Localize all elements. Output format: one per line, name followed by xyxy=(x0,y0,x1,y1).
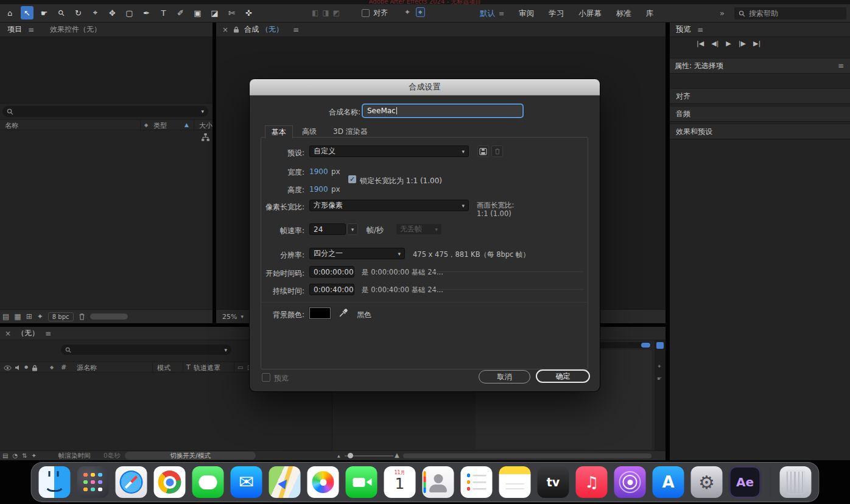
column-divider[interactable] xyxy=(234,362,234,372)
eraser-tool[interactable]: ◪ xyxy=(208,6,221,19)
dock-icon-photos[interactable] xyxy=(307,466,339,498)
pan-behind-tool[interactable]: ✥ xyxy=(106,6,119,19)
interpret-footage-icon[interactable]: ⊞ xyxy=(26,312,32,321)
dialog-titlebar[interactable]: 合成设置 xyxy=(250,79,600,96)
dock-icon-chrome[interactable] xyxy=(154,466,186,498)
section-audio[interactable]: 音频 xyxy=(670,106,850,122)
dock-icon-appletv[interactable]: tv xyxy=(538,466,569,498)
tab-preview[interactable]: 预览 xyxy=(676,24,691,35)
dock-icon-launchpad[interactable] xyxy=(77,466,109,498)
column-track-matte[interactable]: 轨道遮罩 xyxy=(194,363,220,373)
section-effects-presets[interactable]: 效果和预设 xyxy=(670,124,850,139)
dock-icon-aftereffects[interactable]: Ae xyxy=(729,466,761,498)
home-tool[interactable]: ⌂ xyxy=(4,6,16,19)
search-options-chevron-icon[interactable]: ▾ xyxy=(201,108,204,114)
dock-icon-safari[interactable] xyxy=(116,466,147,498)
tab-composition-name[interactable]: （无） xyxy=(261,24,283,35)
frame-blend-icon[interactable]: ✦ xyxy=(32,452,37,459)
puppet-pin-tool[interactable]: ✜ xyxy=(242,6,255,19)
snap-target-icon[interactable]: ⌖ xyxy=(416,7,425,17)
zoom-tool[interactable]: ⚲ xyxy=(55,6,68,19)
close-tab-icon[interactable]: × xyxy=(5,329,11,338)
project-panel-menu-icon[interactable]: ≡ xyxy=(28,26,34,34)
column-mode[interactable]: 模式 xyxy=(157,363,170,373)
dock-icon-music[interactable]: ♫ xyxy=(576,466,608,498)
pixel-aspect-dropdown[interactable]: 方形像素 ▾ xyxy=(309,200,469,211)
lock-icon[interactable] xyxy=(233,26,239,33)
time-navigator-handle[interactable] xyxy=(641,343,650,348)
preset-dropdown[interactable]: 自定义 ▾ xyxy=(309,145,469,157)
zoom-chevron-icon[interactable]: ▾ xyxy=(241,313,244,320)
column-name[interactable]: 名称 xyxy=(5,121,18,130)
star-icon[interactable]: ✦ xyxy=(404,8,410,16)
dock-icon-trash[interactable] xyxy=(780,466,812,498)
next-frame-button[interactable]: |▶ xyxy=(739,40,746,47)
column-t[interactable]: T xyxy=(186,363,191,371)
cancel-button[interactable]: 取消 xyxy=(479,370,530,383)
tab-composition[interactable]: 合成 xyxy=(244,24,259,35)
height-value[interactable]: 1900 xyxy=(309,185,328,194)
prev-frame-button[interactable]: ◀| xyxy=(711,40,718,47)
search-options-chevron-icon[interactable]: ▾ xyxy=(224,347,227,353)
column-divider[interactable] xyxy=(140,120,141,130)
dock-icon-notes[interactable] xyxy=(499,466,531,498)
zoom-level-dropdown[interactable]: 25% xyxy=(222,313,237,321)
dock-icon-mail[interactable]: ✉ xyxy=(231,466,262,498)
clone-stamp-tool[interactable]: ▣ xyxy=(191,6,204,19)
brush-tool[interactable]: ✐ xyxy=(174,6,187,19)
workspace-menu-icon[interactable]: ≡ xyxy=(499,10,504,18)
workspace-small-screen[interactable]: 小屏幕 xyxy=(578,9,602,19)
close-tab-icon[interactable]: × xyxy=(222,26,228,34)
dock-icon-settings[interactable]: ⚙ xyxy=(691,466,723,498)
column-size[interactable]: 大小 xyxy=(199,121,212,130)
tab-3d-renderer[interactable]: 3D 渲染器 xyxy=(327,125,374,138)
dock-icon-maps[interactable]: ▲ xyxy=(269,466,301,498)
workspace-default[interactable]: 默认≡ xyxy=(480,9,504,19)
timeline-vscroll-handle[interactable] xyxy=(656,342,664,349)
section-align[interactable]: 对齐 xyxy=(670,88,850,104)
tab-effect-controls[interactable]: 效果控件（无） xyxy=(50,24,101,35)
save-preset-button[interactable] xyxy=(477,145,489,157)
timeline-side-icon-2[interactable]: ☛ xyxy=(657,376,662,382)
bpc-button[interactable]: 8 bpc xyxy=(48,312,74,321)
column-type[interactable]: 类型 xyxy=(153,121,167,130)
timeline-vertical-scrollbar[interactable]: ✦ ☛ xyxy=(655,340,666,450)
dock-icon-appstore[interactable]: A xyxy=(653,466,684,498)
shy-layers-icon[interactable]: ⇅ xyxy=(22,452,27,459)
dock-icon-facetime[interactable] xyxy=(346,466,378,498)
zoom-out-mountain-icon[interactable]: ▲ xyxy=(337,453,340,458)
play-button[interactable]: ▶ xyxy=(726,40,731,47)
camera-tool[interactable]: ⌖ xyxy=(89,6,102,19)
timeline-search-input[interactable]: ▾ xyxy=(61,345,231,355)
sort-ascending-icon[interactable]: ▲ xyxy=(184,122,189,128)
tab-project[interactable]: 项目 xyxy=(0,24,28,35)
tab-advanced[interactable]: 高级 xyxy=(296,125,323,138)
lock-icon[interactable] xyxy=(32,365,38,371)
dock-icon-reminders[interactable] xyxy=(461,466,493,498)
timeline-side-icon-1[interactable]: ✦ xyxy=(657,363,662,369)
eyedropper-icon[interactable] xyxy=(339,307,349,318)
hand-tool[interactable]: ☛ xyxy=(38,6,51,19)
align-checkbox[interactable] xyxy=(362,9,370,17)
solo-dot-icon[interactable]: ● xyxy=(24,365,28,369)
timeline-zoom-knob[interactable] xyxy=(348,453,353,458)
draft-3d-icon[interactable]: ◔ xyxy=(12,452,18,459)
shape-tool[interactable]: ▢ xyxy=(123,6,136,19)
workspace-review[interactable]: 审阅 xyxy=(519,9,534,19)
trash-icon[interactable] xyxy=(79,313,85,320)
rotate-tool[interactable]: ↻ xyxy=(72,6,85,19)
delete-preset-button[interactable] xyxy=(491,145,503,157)
first-frame-button[interactable]: |◀ xyxy=(697,40,704,47)
properties-menu-icon[interactable]: ≡ xyxy=(838,61,844,70)
column-hash[interactable]: # xyxy=(61,363,66,371)
column-divider[interactable] xyxy=(183,362,183,372)
type-tool[interactable]: T xyxy=(157,6,170,19)
project-search-input[interactable]: ▾ xyxy=(2,106,208,117)
comp-name-input[interactable]: SeeMac xyxy=(363,105,522,117)
new-comp-icon[interactable]: ✦ xyxy=(37,312,43,321)
pen-tool[interactable]: ✒ xyxy=(140,6,153,19)
preview-panel-menu-icon[interactable]: ≡ xyxy=(697,26,703,34)
workspace-learn[interactable]: 学习 xyxy=(549,9,564,19)
column-source-name[interactable]: 源名称 xyxy=(77,363,97,373)
preview-checkbox[interactable] xyxy=(262,373,270,382)
